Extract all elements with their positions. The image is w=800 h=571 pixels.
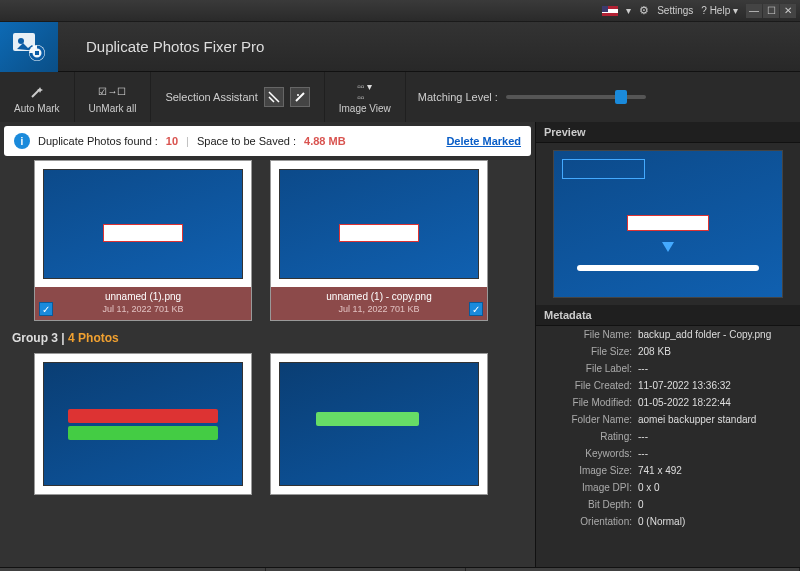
side-panel: Preview Metadata File Name:backup_add fo… bbox=[535, 122, 800, 567]
metadata-row: Folder Name:aomei backupper standard bbox=[536, 411, 800, 428]
thumbnail-card[interactable]: ✓ unnamed (1).png Jul 11, 2022 701 KB bbox=[34, 160, 252, 321]
svg-point-1 bbox=[18, 38, 24, 44]
metadata-value: 11-07-2022 13:36:32 bbox=[638, 380, 731, 391]
thumbnail-image bbox=[279, 362, 479, 486]
metadata-row: File Size:208 KB bbox=[536, 343, 800, 360]
metadata-value: 0 (Normal) bbox=[638, 516, 685, 527]
group-header: Group 3 | 4 Photos bbox=[0, 321, 535, 353]
selection-tool-2[interactable] bbox=[290, 87, 310, 107]
metadata-label: Orientation: bbox=[544, 516, 632, 527]
minimize-button[interactable]: — bbox=[746, 4, 762, 18]
metadata-row: File Name:backup_add folder - Copy.png bbox=[536, 326, 800, 343]
status-bar: 10 duplicate photos in 3 groups 7 Marked… bbox=[0, 567, 800, 571]
metadata-row: Image DPI:0 x 0 bbox=[536, 479, 800, 496]
metadata-value: aomei backupper standard bbox=[638, 414, 756, 425]
gear-icon[interactable] bbox=[639, 4, 649, 17]
app-logo bbox=[0, 22, 58, 72]
metadata-title: Metadata bbox=[536, 305, 800, 326]
thumbnail-card[interactable] bbox=[270, 353, 488, 495]
metadata-label: File Modified: bbox=[544, 397, 632, 408]
svg-rect-3 bbox=[35, 51, 39, 55]
lang-dropdown[interactable]: ▾ bbox=[626, 5, 631, 16]
toolbar: Auto Mark ☑→☐ UnMark all Selection Assis… bbox=[0, 72, 800, 122]
metadata-value: --- bbox=[638, 448, 648, 459]
preview-title: Preview bbox=[536, 122, 800, 143]
metadata-label: Rating: bbox=[544, 431, 632, 442]
settings-link[interactable]: Settings bbox=[657, 5, 693, 16]
metadata-row: File Created:11-07-2022 13:36:32 bbox=[536, 377, 800, 394]
metadata-label: Folder Name: bbox=[544, 414, 632, 425]
titlebar: ▾ Settings ? Help ▾ — ☐ ✕ bbox=[0, 0, 800, 22]
metadata-row: Bit Depth:0 bbox=[536, 496, 800, 513]
image-view-label: Image View bbox=[339, 103, 391, 114]
help-link[interactable]: ? Help ▾ bbox=[701, 5, 738, 16]
thumbnail-grid: ✓ unnamed (1).png Jul 11, 2022 701 KB ✓ … bbox=[0, 160, 535, 567]
selection-assistant-label: Selection Assistant bbox=[165, 91, 257, 103]
thumbnail-image bbox=[43, 362, 243, 486]
matching-level-slider[interactable] bbox=[506, 95, 646, 99]
selection-tool-1[interactable] bbox=[264, 87, 284, 107]
metadata-row: File Label:--- bbox=[536, 360, 800, 377]
thumbnail-checkbox[interactable]: ✓ bbox=[469, 302, 483, 316]
found-label: Duplicate Photos found : bbox=[38, 135, 158, 147]
delete-marked-link[interactable]: Delete Marked bbox=[446, 135, 521, 147]
thumbnail-caption: unnamed (1).png Jul 11, 2022 701 KB bbox=[35, 287, 251, 320]
space-label: Space to be Saved : bbox=[197, 135, 296, 147]
preview-box bbox=[536, 143, 800, 305]
slider-thumb[interactable] bbox=[615, 90, 627, 104]
maximize-button[interactable]: ☐ bbox=[763, 4, 779, 18]
found-count: 10 bbox=[166, 135, 178, 147]
auto-mark-label: Auto Mark bbox=[14, 103, 60, 114]
space-value: 4.88 MB bbox=[304, 135, 346, 147]
metadata-value: backup_add folder - Copy.png bbox=[638, 329, 771, 340]
matching-level-label: Matching Level : bbox=[418, 91, 498, 103]
metadata-label: Image Size: bbox=[544, 465, 632, 476]
grid-icon: ▫▫ ▾▫▫ bbox=[357, 83, 372, 101]
metadata-value: 0 bbox=[638, 499, 644, 510]
info-icon: i bbox=[14, 133, 30, 149]
app-title: Duplicate Photos Fixer Pro bbox=[86, 38, 800, 55]
auto-mark-button[interactable]: Auto Mark bbox=[0, 72, 75, 122]
metadata-label: Image DPI: bbox=[544, 482, 632, 493]
metadata-row: Keywords:--- bbox=[536, 445, 800, 462]
image-view-button[interactable]: ▫▫ ▾▫▫ Image View bbox=[325, 72, 406, 122]
results-panel: i Duplicate Photos found : 10 | Space to… bbox=[0, 122, 535, 567]
metadata-label: Bit Depth: bbox=[544, 499, 632, 510]
thumbnail-card[interactable] bbox=[34, 353, 252, 495]
preview-image bbox=[553, 150, 783, 298]
unmark-icon: ☑→☐ bbox=[98, 83, 126, 101]
metadata-value: 208 KB bbox=[638, 346, 671, 357]
metadata-panel: File Name:backup_add folder - Copy.pngFi… bbox=[536, 326, 800, 567]
unmark-all-button[interactable]: ☑→☐ UnMark all bbox=[75, 72, 152, 122]
metadata-row: Orientation:0 (Normal) bbox=[536, 513, 800, 530]
metadata-value: 01-05-2022 18:22:44 bbox=[638, 397, 731, 408]
metadata-value: 0 x 0 bbox=[638, 482, 660, 493]
metadata-label: File Size: bbox=[544, 346, 632, 357]
unmark-all-label: UnMark all bbox=[89, 103, 137, 114]
thumbnail-image bbox=[279, 169, 479, 279]
selection-assistant: Selection Assistant bbox=[151, 72, 324, 122]
thumbnail-image bbox=[43, 169, 243, 279]
metadata-label: File Label: bbox=[544, 363, 632, 374]
close-button[interactable]: ✕ bbox=[780, 4, 796, 18]
metadata-row: File Modified:01-05-2022 18:22:44 bbox=[536, 394, 800, 411]
metadata-label: File Created: bbox=[544, 380, 632, 391]
svg-point-4 bbox=[297, 94, 299, 96]
metadata-row: Image Size:741 x 492 bbox=[536, 462, 800, 479]
metadata-label: Keywords: bbox=[544, 448, 632, 459]
info-bar: i Duplicate Photos found : 10 | Space to… bbox=[4, 126, 531, 156]
metadata-row: Rating:--- bbox=[536, 428, 800, 445]
metadata-value: --- bbox=[638, 431, 648, 442]
metadata-value: --- bbox=[638, 363, 648, 374]
thumbnail-checkbox[interactable]: ✓ bbox=[39, 302, 53, 316]
thumbnail-caption: unnamed (1) - copy.png Jul 11, 2022 701 … bbox=[271, 287, 487, 320]
wand-icon bbox=[30, 83, 44, 101]
metadata-label: File Name: bbox=[544, 329, 632, 340]
matching-level: Matching Level : bbox=[406, 72, 658, 122]
metadata-value: 741 x 492 bbox=[638, 465, 682, 476]
thumbnail-card[interactable]: ✓ unnamed (1) - copy.png Jul 11, 2022 70… bbox=[270, 160, 488, 321]
lang-flag-icon[interactable] bbox=[602, 6, 618, 16]
header: Duplicate Photos Fixer Pro bbox=[0, 22, 800, 72]
